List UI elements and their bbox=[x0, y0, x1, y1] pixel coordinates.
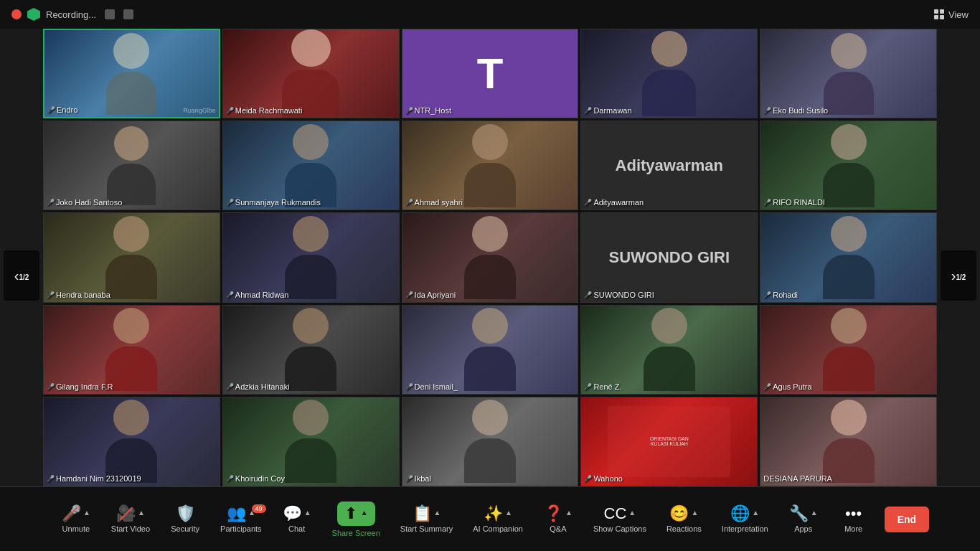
recording-indicator bbox=[11, 9, 22, 19]
prev-page-button[interactable]: ‹ 1/2 bbox=[4, 250, 39, 301]
chat-icon: 💬 bbox=[283, 506, 302, 522]
tile-name-agus: 🎤 Agus Putra bbox=[763, 382, 811, 391]
start-summary-button[interactable]: 📋 ▲ Start Summary bbox=[390, 501, 463, 537]
participants-button[interactable]: 👥 ▲ 49 Participants bbox=[210, 501, 271, 537]
tile-endro[interactable]: RuangGlbe 🎤 Endro bbox=[43, 29, 220, 118]
avatar-name-suwondo: SUWONDO GIRI bbox=[581, 213, 757, 301]
start-video-button[interactable]: 🎥 ▲ Start Video bbox=[101, 501, 160, 537]
tile-suwondo[interactable]: SUWONDO GIRI 🎤 SUWONDO GIRI bbox=[580, 212, 758, 302]
end-button[interactable]: End bbox=[885, 507, 929, 532]
tile-khoirudin[interactable]: 🎤 Khoirudin Coy bbox=[222, 397, 400, 486]
more-icon: ••• bbox=[845, 506, 862, 522]
more-button[interactable]: ••• More bbox=[829, 501, 879, 537]
security-label: Security bbox=[171, 524, 199, 533]
unmute-icon-wrap: 🎤 ▲ bbox=[62, 506, 90, 522]
shield-icon bbox=[27, 8, 40, 21]
reactions-icon-wrap: 😊 ▲ bbox=[669, 506, 698, 522]
tile-name-ida: 🎤 Ida Apriyani bbox=[405, 291, 456, 299]
tile-name-ahmads: 🎤 Ahmad syahri bbox=[405, 198, 463, 207]
apps-icon-wrap: 🔧 ▲ bbox=[789, 506, 818, 522]
companion-icon: ✨ bbox=[484, 506, 503, 522]
pause-button[interactable] bbox=[105, 9, 115, 19]
tile-name-rene: 🎤 René Z. bbox=[584, 382, 621, 391]
tile-name-adityawarman: 🎤 Adityawarman bbox=[584, 198, 644, 207]
tile-rene[interactable]: 🎤 René Z. bbox=[580, 305, 758, 395]
right-page-indicator: 1/2 bbox=[956, 273, 966, 281]
tile-hamdani[interactable]: 🎤 Hamdani Nim 23120019 bbox=[43, 397, 220, 486]
stop-button[interactable] bbox=[123, 9, 133, 19]
tile-name-darmawan: 🎤 Darmawan bbox=[584, 106, 631, 115]
video-grid: RuangGlbe 🎤 Endro 🎤 Meida Rachmawati T 🎤… bbox=[43, 29, 937, 486]
security-button[interactable]: 🛡️ Security bbox=[160, 501, 210, 537]
security-icon-wrap: 🛡️ bbox=[176, 506, 195, 522]
tile-name-desiana: DESIANA PARURA bbox=[763, 474, 832, 483]
tile-ahmads[interactable]: 🎤 Ahmad syahri bbox=[402, 121, 579, 210]
tile-name-hendra: 🎤 Hendra banaba bbox=[47, 291, 110, 299]
video-muted-icon: 🎥 bbox=[116, 506, 136, 522]
interpretation-button[interactable]: 🌐 ▲ Interpretation bbox=[712, 501, 778, 537]
apps-caret[interactable]: ▲ bbox=[811, 509, 818, 517]
tile-name-joko: 🎤 Joko Hadi Santoso bbox=[47, 198, 122, 207]
captions-icon: CC bbox=[604, 506, 627, 522]
view-label[interactable]: View bbox=[948, 9, 969, 20]
interpretation-caret[interactable]: ▲ bbox=[752, 509, 759, 517]
tile-joko[interactable]: 🎤 Joko Hadi Santoso bbox=[43, 121, 220, 210]
tile-gilang[interactable]: 🎤 Gilang Indra F.R bbox=[43, 305, 220, 395]
start-summary-label: Start Summary bbox=[400, 524, 453, 533]
tile-adityawarman[interactable]: Adityawarman 🎤 Adityawarman bbox=[580, 121, 758, 210]
reactions-icon: 😊 bbox=[669, 506, 689, 522]
tile-ida[interactable]: 🎤 Ida Apriyani bbox=[402, 212, 579, 302]
share-screen-icon-wrap: ⬆ ▲ bbox=[337, 501, 375, 526]
tile-ikbal[interactable]: 🎤 Ikbal bbox=[402, 397, 579, 486]
companion-caret[interactable]: ▲ bbox=[505, 509, 512, 517]
share-screen-button[interactable]: ⬆ ▲ Share Screen bbox=[322, 497, 390, 542]
chat-button[interactable]: 💬 ▲ Chat bbox=[272, 501, 322, 537]
captions-icon-wrap: CC ▲ bbox=[604, 506, 636, 522]
recording-label: Recording... bbox=[46, 9, 96, 20]
tile-desiana[interactable]: DESIANA PARURA bbox=[760, 397, 937, 486]
tile-eko[interactable]: 🎤 Eko Budi Susilo bbox=[760, 29, 937, 118]
apps-label: Apps bbox=[794, 524, 812, 533]
reactions-caret[interactable]: ▲ bbox=[691, 509, 698, 517]
tile-rifo[interactable]: 🎤 RIFO RINALDI bbox=[760, 121, 937, 210]
video-icon-wrap: 🎥 ▲ bbox=[116, 506, 145, 522]
apps-button[interactable]: 🔧 ▲ Apps bbox=[778, 501, 829, 537]
tile-wahono[interactable]: ORIENTASI DAN KULASI KULIAH 🎤 Wahono bbox=[580, 397, 758, 486]
share-screen-caret[interactable]: ▲ bbox=[361, 509, 368, 517]
video-caret[interactable]: ▲ bbox=[138, 509, 145, 517]
qa-caret[interactable]: ▲ bbox=[565, 509, 573, 517]
qa-label: Q&A bbox=[550, 524, 566, 533]
chat-label: Chat bbox=[288, 524, 305, 533]
tile-hendra[interactable]: 🎤 Hendra banaba bbox=[43, 212, 220, 302]
top-bar-left: Recording... bbox=[11, 8, 133, 21]
tile-darmawan[interactable]: 🎤 Darmawan bbox=[580, 29, 758, 118]
chat-caret[interactable]: ▲ bbox=[304, 509, 311, 517]
unmute-button[interactable]: 🎤 ▲ Unmute bbox=[51, 501, 101, 537]
tile-rohadi[interactable]: 🎤 Rohadi bbox=[760, 212, 937, 302]
participants-icon-wrap: 👥 ▲ bbox=[227, 506, 255, 522]
companion-icon-wrap: ✨ ▲ bbox=[484, 506, 512, 522]
tile-deni[interactable]: 🎤 Deni Ismail_ bbox=[402, 305, 579, 395]
next-page-button[interactable]: › 1/2 bbox=[941, 250, 976, 301]
tile-adzkia[interactable]: 🎤 Adzkia Hitanaki bbox=[222, 305, 400, 395]
qa-button[interactable]: ❓ ▲ Q&A bbox=[533, 501, 583, 537]
companion-button[interactable]: ✨ ▲ AI Companion bbox=[463, 501, 533, 537]
summary-caret[interactable]: ▲ bbox=[434, 509, 441, 517]
tile-sunman[interactable]: 🎤 Sunmanjaya Rukmandis bbox=[222, 121, 400, 210]
tile-ntr[interactable]: T 🎤 NTR_Host bbox=[402, 29, 579, 118]
top-bar: Recording... View bbox=[0, 0, 980, 29]
tile-name-suwondo: 🎤 SUWONDO GIRI bbox=[584, 291, 654, 299]
tile-meida[interactable]: 🎤 Meida Rachmawati bbox=[222, 29, 400, 118]
show-captions-button[interactable]: CC ▲ Show Captions bbox=[583, 501, 656, 537]
mic-muted-icon: 🎤 bbox=[62, 506, 81, 522]
tile-name-adzkia: 🎤 Adzkia Hitanaki bbox=[226, 382, 290, 391]
unmute-caret[interactable]: ▲ bbox=[83, 509, 90, 517]
captions-caret[interactable]: ▲ bbox=[628, 509, 636, 517]
unmute-label: Unmute bbox=[62, 524, 90, 533]
share-screen-icon: ⬆ bbox=[344, 506, 357, 522]
top-bar-right: View bbox=[934, 9, 969, 20]
more-label: More bbox=[844, 524, 862, 533]
tile-agus[interactable]: 🎤 Agus Putra bbox=[760, 305, 937, 395]
tile-ahmadr[interactable]: 🎤 Ahmad Ridwan bbox=[222, 212, 400, 302]
reactions-button[interactable]: 😊 ▲ Reactions bbox=[656, 501, 712, 537]
